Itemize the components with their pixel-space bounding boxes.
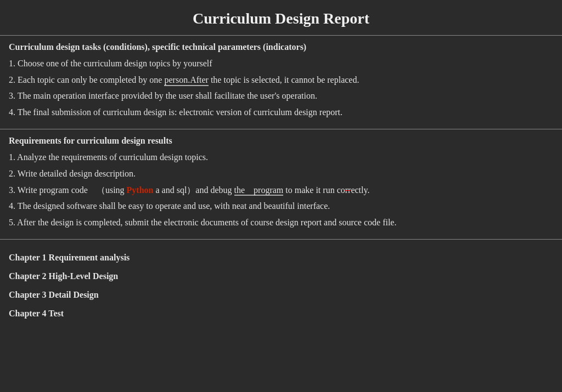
section2-item1: 1. Analyze the requirements of curriculu… [9,150,553,164]
page-title: Curriculum Design Report [0,0,562,35]
chapter-2: Chapter 2 High-Level Design [9,271,553,281]
underline-person: person.After [164,75,208,86]
section-tasks: Curriculum design tasks (conditions), sp… [0,35,562,129]
section1-item1: 1. Choose one of the curriculum design t… [9,56,553,71]
section1-item4: 4. The final submission of curriculum de… [9,105,553,120]
section2-item4: 4. The designed software shall be easy t… [9,199,553,213]
section1-heading: Curriculum design tasks (conditions), sp… [9,42,553,52]
chapter-3: Chapter 3 Detail Design [9,290,553,300]
section2-item2: 2. Write detailed design description. [9,167,553,181]
the-program-underline: the program [234,185,284,196]
section2-item5: 5. After the design is completed, submit… [9,215,553,230]
section1-item2: 2. Each topic can only be completed by o… [9,73,553,87]
python-text: Python [125,185,154,195]
section-requirements: Requirements for curriculum design resul… [0,129,562,240]
chapter-1: Chapter 1 Requirement analysis [9,253,553,263]
strikethrough-co: rr [345,185,351,195]
chapters-area: Chapter 1 Requirement analysis Chapter 2… [0,240,562,329]
section2-heading: Requirements for curriculum design resul… [9,136,553,146]
content-area: Curriculum design tasks (conditions), sp… [0,35,562,329]
section1-item3: 3. The main operation interface provided… [9,89,553,103]
section2-item3: 3. Write program code （using Python a an… [9,183,553,197]
chapter-4: Chapter 4 Test [9,309,553,319]
